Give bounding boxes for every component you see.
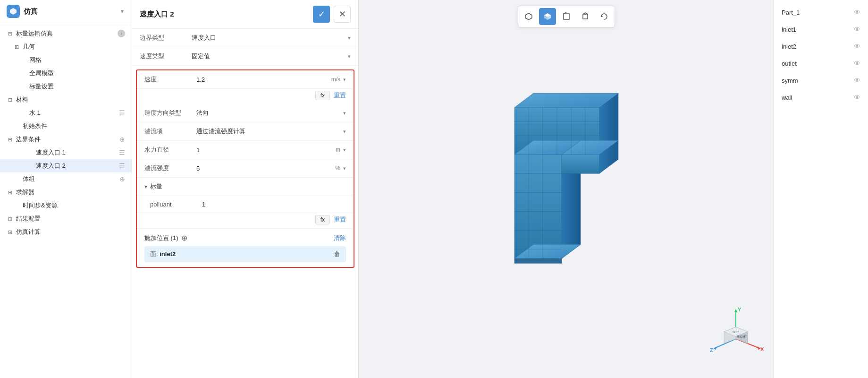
sidebar-item-label: 材料 [16,95,125,104]
dropdown-icon[interactable]: ▾ [343,165,346,172]
outlet-label: outlet [782,60,797,67]
reset-button-2[interactable]: 重置 [334,215,346,224]
view-reset-button[interactable] [596,8,613,25]
fx-row: fx 重置 [137,89,354,104]
sidebar-item-boundary-conditions[interactable]: ⊟ 边界条件 ⊕ [0,133,132,146]
close-button[interactable]: ✕ [334,6,351,23]
svg-rect-4 [564,14,569,19]
hydraulic-diameter-label: 水力直径 [144,146,192,154]
turbulence-intensity-input[interactable] [196,165,332,172]
turbulence-intensity-row: 湍流强度 % ▾ [137,159,354,178]
right-item-wall[interactable]: wall 👁 [774,89,868,106]
dropdown-icon[interactable]: ▾ [348,53,351,60]
fx-button[interactable]: fx [315,91,330,100]
svg-marker-48 [713,347,716,350]
velocity-label: 速度 [144,75,192,84]
view-3d-wire-button[interactable] [577,8,594,25]
menu-icon[interactable]: ☰ [119,109,125,117]
eye-icon[interactable]: 👁 [854,26,860,33]
dropdown-icon[interactable]: ▾ [343,147,346,153]
eye-icon[interactable]: 👁 [854,94,860,101]
panel-header: 速度入口 2 ✓ ✕ [132,0,358,29]
dropdown-icon[interactable]: ▾ [343,129,346,135]
eye-icon[interactable]: 👁 [854,60,860,67]
turbulence-intensity-unit: % [335,165,340,172]
hydraulic-diameter-input-area: m ▾ [196,146,346,154]
boundary-type-label: 边界类型 [140,34,187,42]
polluant-input[interactable] [202,201,340,208]
svg-text:Z: Z [710,347,713,353]
dropdown-icon[interactable]: ▾ [348,35,351,41]
boundary-type-row: 边界类型 速度入口 ▾ [132,29,358,47]
eye-icon[interactable]: 👁 [854,77,860,84]
sidebar-item-mesh[interactable]: 网格 [0,53,132,67]
apply-header: 施加位置 (1) ⊕ 清除 [144,233,346,242]
panel-title: 速度入口 2 [140,10,174,19]
view-3d-frame-button[interactable] [558,8,575,25]
expand-icon: ⊞ [7,189,13,196]
add-icon[interactable]: ⊕ [119,175,125,183]
add-location-button[interactable]: ⊕ [181,233,187,242]
sidebar-item-time-resources[interactable]: 时间步&资源 [0,199,132,212]
svg-marker-26 [514,258,562,263]
part1-label: Part_1 [782,9,800,16]
dropdown-icon[interactable]: ▾ [343,77,346,83]
sidebar-item-geometry[interactable]: ⊞ 几何 [0,40,132,53]
view-3d-outline-button[interactable] [520,8,537,25]
turbulence-value: 通过湍流强度计算 ▾ [196,127,346,136]
eye-icon[interactable]: 👁 [854,9,860,16]
reset-button[interactable]: 重置 [334,91,346,100]
sidebar-item-material[interactable]: ⊟ 材料 [0,93,132,106]
sidebar-title: 仿真 [7,5,38,18]
velocity-unit: m/s [331,76,340,83]
svg-marker-0 [525,13,532,20]
sidebar-item-body-group[interactable]: 体组 ⊕ [0,172,132,186]
confirm-button[interactable]: ✓ [313,6,330,23]
expand-icon: ⊟ [7,31,13,37]
sidebar-item-solver[interactable]: ⊞ 求解器 [0,186,132,199]
velocity-type-row: 速度类型 固定值 ▾ [132,47,358,66]
sidebar-item-scalar-settings[interactable]: 标量设置 [0,80,132,93]
expand-icon: ⊞ [7,229,13,235]
delete-location-button[interactable]: 🗑 [334,250,340,258]
view-toolbar [518,6,615,27]
hydraulic-diameter-input[interactable] [196,146,333,154]
clear-button[interactable]: 清除 [334,234,346,242]
sidebar-item-velocity-inlet-2[interactable]: 速度入口 2 ☰ [0,159,132,172]
add-icon[interactable]: ⊕ [119,136,125,143]
dropdown-icon[interactable]: ▾ [343,110,346,116]
sidebar-item-water1[interactable]: 水 1 ☰ [0,106,132,120]
scalar-section-title: ▾ 标量 [137,178,354,196]
velocity-type-value: 固定值 ▾ [192,52,351,60]
sidebar-item-initial-conditions[interactable]: 初始条件 [0,120,132,133]
sidebar-collapse-icon[interactable]: ▼ [119,8,125,15]
sidebar-item-label: 体组 [23,175,117,183]
eye-icon[interactable]: 👁 [854,43,860,50]
polluant-input-area [202,201,340,208]
sidebar-item-velocity-inlet-1[interactable]: 速度入口 1 ☰ [0,146,132,159]
sidebar-item-result-config[interactable]: ⊞ 结果配置 [0,212,132,225]
velocity-type-label: 速度类型 [140,52,187,60]
right-item-inlet1[interactable]: inlet1 👁 [774,21,868,38]
polluant-label: polluant [150,201,197,208]
sidebar-item-label: 仿真计算 [16,228,125,236]
hydraulic-diameter-row: 水力直径 m ▾ [137,141,354,159]
fx-button-2[interactable]: fx [315,215,330,224]
apply-location-item[interactable]: 面: inlet2 🗑 [144,246,346,262]
right-item-symm[interactable]: symm 👁 [774,72,868,89]
velocity-input[interactable] [196,76,329,83]
sidebar-item-label: 几何 [23,43,125,51]
properties-panel: 速度入口 2 ✓ ✕ 边界类型 速度入口 ▾ 速度类型 固定值 ▾ 速度 [132,0,359,378]
sidebar-item-sim-calc[interactable]: ⊞ 仿真计算 [0,225,132,239]
right-item-part1[interactable]: Part_1 👁 [774,4,868,21]
sidebar-item-scalar-transport[interactable]: ⊟ 标量运输仿真 i [0,27,132,40]
svg-text:Y: Y [738,307,742,312]
right-item-inlet2[interactable]: inlet2 👁 [774,38,868,55]
menu-icon[interactable]: ☰ [119,162,125,170]
view-3d-solid-button[interactable] [539,8,556,25]
sidebar-item-global-model[interactable]: 全局模型 [0,67,132,80]
menu-icon[interactable]: ☰ [119,149,125,156]
inlet1-label: inlet1 [782,26,796,33]
expand-icon: ⊞ [7,216,13,222]
right-item-outlet[interactable]: outlet 👁 [774,55,868,72]
